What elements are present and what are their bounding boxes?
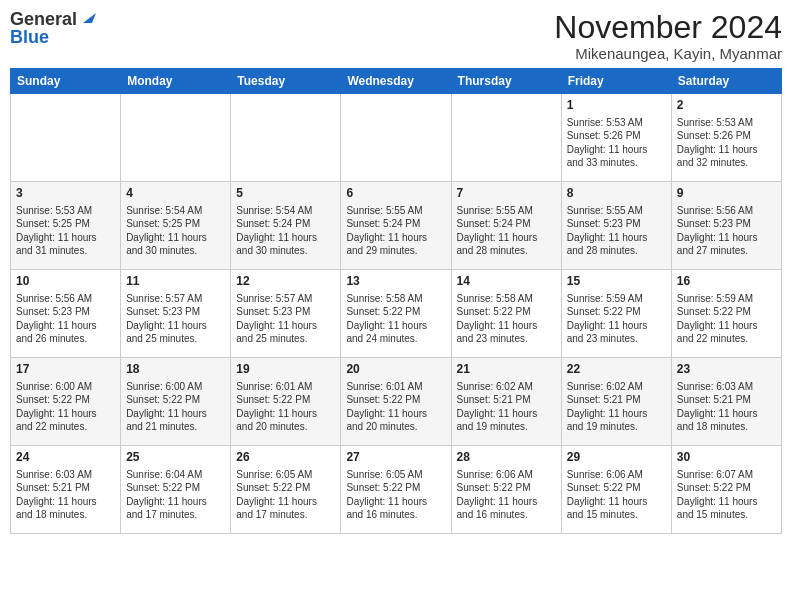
day-info: Sunrise: 5:57 AMSunset: 5:23 PMDaylight:… <box>236 292 335 346</box>
day-info: Sunrise: 6:02 AMSunset: 5:21 PMDaylight:… <box>457 380 556 434</box>
calendar-day-cell: 19Sunrise: 6:01 AMSunset: 5:22 PMDayligh… <box>231 358 341 446</box>
calendar-day-cell <box>231 94 341 182</box>
day-number: 16 <box>677 274 776 290</box>
calendar-day-cell: 29Sunrise: 6:06 AMSunset: 5:22 PMDayligh… <box>561 446 671 534</box>
day-info: Sunrise: 6:01 AMSunset: 5:22 PMDaylight:… <box>346 380 445 434</box>
calendar-week-row: 17Sunrise: 6:00 AMSunset: 5:22 PMDayligh… <box>11 358 782 446</box>
day-number: 14 <box>457 274 556 290</box>
day-number: 8 <box>567 186 666 202</box>
day-info: Sunrise: 5:53 AMSunset: 5:25 PMDaylight:… <box>16 204 115 258</box>
calendar-day-cell: 20Sunrise: 6:01 AMSunset: 5:22 PMDayligh… <box>341 358 451 446</box>
day-number: 4 <box>126 186 225 202</box>
calendar-day-cell: 10Sunrise: 5:56 AMSunset: 5:23 PMDayligh… <box>11 270 121 358</box>
calendar-day-cell: 1Sunrise: 5:53 AMSunset: 5:26 PMDaylight… <box>561 94 671 182</box>
day-number: 28 <box>457 450 556 466</box>
day-info: Sunrise: 6:07 AMSunset: 5:22 PMDaylight:… <box>677 468 776 522</box>
day-number: 10 <box>16 274 115 290</box>
day-info: Sunrise: 6:04 AMSunset: 5:22 PMDaylight:… <box>126 468 225 522</box>
day-number: 19 <box>236 362 335 378</box>
day-info: Sunrise: 6:03 AMSunset: 5:21 PMDaylight:… <box>16 468 115 522</box>
day-number: 18 <box>126 362 225 378</box>
day-number: 23 <box>677 362 776 378</box>
day-number: 11 <box>126 274 225 290</box>
day-info: Sunrise: 5:56 AMSunset: 5:23 PMDaylight:… <box>16 292 115 346</box>
calendar-week-row: 24Sunrise: 6:03 AMSunset: 5:21 PMDayligh… <box>11 446 782 534</box>
day-info: Sunrise: 5:57 AMSunset: 5:23 PMDaylight:… <box>126 292 225 346</box>
day-number: 21 <box>457 362 556 378</box>
day-info: Sunrise: 5:53 AMSunset: 5:26 PMDaylight:… <box>567 116 666 170</box>
calendar-day-cell: 27Sunrise: 6:05 AMSunset: 5:22 PMDayligh… <box>341 446 451 534</box>
logo-general-text: General <box>10 10 77 28</box>
calendar-table: SundayMondayTuesdayWednesdayThursdayFrid… <box>10 68 782 534</box>
day-info: Sunrise: 5:59 AMSunset: 5:22 PMDaylight:… <box>677 292 776 346</box>
day-info: Sunrise: 6:06 AMSunset: 5:22 PMDaylight:… <box>567 468 666 522</box>
day-info: Sunrise: 5:55 AMSunset: 5:24 PMDaylight:… <box>457 204 556 258</box>
day-number: 22 <box>567 362 666 378</box>
calendar-day-cell: 18Sunrise: 6:00 AMSunset: 5:22 PMDayligh… <box>121 358 231 446</box>
day-number: 29 <box>567 450 666 466</box>
day-info: Sunrise: 5:55 AMSunset: 5:23 PMDaylight:… <box>567 204 666 258</box>
calendar-day-cell: 26Sunrise: 6:05 AMSunset: 5:22 PMDayligh… <box>231 446 341 534</box>
calendar-day-cell: 8Sunrise: 5:55 AMSunset: 5:23 PMDaylight… <box>561 182 671 270</box>
calendar-day-cell: 21Sunrise: 6:02 AMSunset: 5:21 PMDayligh… <box>451 358 561 446</box>
calendar-day-cell: 16Sunrise: 5:59 AMSunset: 5:22 PMDayligh… <box>671 270 781 358</box>
calendar-day-cell: 14Sunrise: 5:58 AMSunset: 5:22 PMDayligh… <box>451 270 561 358</box>
calendar-day-cell: 11Sunrise: 5:57 AMSunset: 5:23 PMDayligh… <box>121 270 231 358</box>
day-number: 9 <box>677 186 776 202</box>
calendar-day-cell: 5Sunrise: 5:54 AMSunset: 5:24 PMDaylight… <box>231 182 341 270</box>
day-of-week-header: Tuesday <box>231 69 341 94</box>
day-number: 2 <box>677 98 776 114</box>
logo-bird-icon <box>78 9 96 27</box>
calendar-day-cell: 2Sunrise: 5:53 AMSunset: 5:26 PMDaylight… <box>671 94 781 182</box>
day-info: Sunrise: 6:01 AMSunset: 5:22 PMDaylight:… <box>236 380 335 434</box>
day-info: Sunrise: 5:55 AMSunset: 5:24 PMDaylight:… <box>346 204 445 258</box>
calendar-week-row: 3Sunrise: 5:53 AMSunset: 5:25 PMDaylight… <box>11 182 782 270</box>
location-subtitle: Mikenaungea, Kayin, Myanmar <box>554 45 782 62</box>
calendar-day-cell: 22Sunrise: 6:02 AMSunset: 5:21 PMDayligh… <box>561 358 671 446</box>
day-info: Sunrise: 6:06 AMSunset: 5:22 PMDaylight:… <box>457 468 556 522</box>
day-number: 5 <box>236 186 335 202</box>
day-number: 7 <box>457 186 556 202</box>
calendar-day-cell: 30Sunrise: 6:07 AMSunset: 5:22 PMDayligh… <box>671 446 781 534</box>
calendar-day-cell: 9Sunrise: 5:56 AMSunset: 5:23 PMDaylight… <box>671 182 781 270</box>
calendar-day-cell: 15Sunrise: 5:59 AMSunset: 5:22 PMDayligh… <box>561 270 671 358</box>
logo-blue-text: Blue <box>10 28 49 46</box>
month-title: November 2024 <box>554 10 782 45</box>
day-of-week-header: Friday <box>561 69 671 94</box>
day-number: 26 <box>236 450 335 466</box>
day-of-week-header: Sunday <box>11 69 121 94</box>
calendar-day-cell <box>11 94 121 182</box>
day-of-week-header: Saturday <box>671 69 781 94</box>
day-number: 1 <box>567 98 666 114</box>
calendar-day-cell <box>341 94 451 182</box>
title-area: November 2024 Mikenaungea, Kayin, Myanma… <box>554 10 782 62</box>
calendar-day-cell: 3Sunrise: 5:53 AMSunset: 5:25 PMDaylight… <box>11 182 121 270</box>
day-info: Sunrise: 6:05 AMSunset: 5:22 PMDaylight:… <box>346 468 445 522</box>
day-number: 6 <box>346 186 445 202</box>
day-info: Sunrise: 5:59 AMSunset: 5:22 PMDaylight:… <box>567 292 666 346</box>
calendar-day-cell: 12Sunrise: 5:57 AMSunset: 5:23 PMDayligh… <box>231 270 341 358</box>
svg-marker-0 <box>83 13 96 23</box>
day-number: 15 <box>567 274 666 290</box>
calendar-header-row: SundayMondayTuesdayWednesdayThursdayFrid… <box>11 69 782 94</box>
logo: General Blue <box>10 10 96 46</box>
calendar-day-cell: 6Sunrise: 5:55 AMSunset: 5:24 PMDaylight… <box>341 182 451 270</box>
day-info: Sunrise: 5:58 AMSunset: 5:22 PMDaylight:… <box>346 292 445 346</box>
calendar-day-cell <box>121 94 231 182</box>
calendar-day-cell: 28Sunrise: 6:06 AMSunset: 5:22 PMDayligh… <box>451 446 561 534</box>
day-info: Sunrise: 6:00 AMSunset: 5:22 PMDaylight:… <box>126 380 225 434</box>
calendar-day-cell: 24Sunrise: 6:03 AMSunset: 5:21 PMDayligh… <box>11 446 121 534</box>
day-info: Sunrise: 6:03 AMSunset: 5:21 PMDaylight:… <box>677 380 776 434</box>
day-number: 3 <box>16 186 115 202</box>
day-number: 12 <box>236 274 335 290</box>
day-info: Sunrise: 5:53 AMSunset: 5:26 PMDaylight:… <box>677 116 776 170</box>
day-of-week-header: Thursday <box>451 69 561 94</box>
calendar-day-cell: 4Sunrise: 5:54 AMSunset: 5:25 PMDaylight… <box>121 182 231 270</box>
day-info: Sunrise: 6:02 AMSunset: 5:21 PMDaylight:… <box>567 380 666 434</box>
day-number: 17 <box>16 362 115 378</box>
calendar-week-row: 10Sunrise: 5:56 AMSunset: 5:23 PMDayligh… <box>11 270 782 358</box>
day-of-week-header: Monday <box>121 69 231 94</box>
day-info: Sunrise: 5:54 AMSunset: 5:24 PMDaylight:… <box>236 204 335 258</box>
calendar-day-cell <box>451 94 561 182</box>
calendar-day-cell: 7Sunrise: 5:55 AMSunset: 5:24 PMDaylight… <box>451 182 561 270</box>
